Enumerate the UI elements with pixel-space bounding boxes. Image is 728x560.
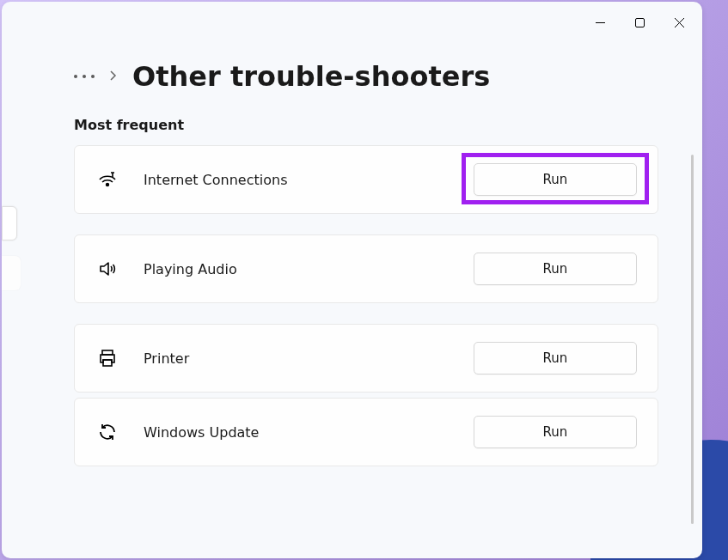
- run-button[interactable]: Run: [474, 163, 637, 196]
- svg-rect-8: [103, 360, 112, 366]
- troubleshooter-label: Printer: [144, 350, 474, 367]
- audio-icon: [95, 259, 119, 279]
- minimize-button[interactable]: [580, 9, 620, 36]
- content-area: Other trouble-shooters Most frequent Int…: [2, 43, 702, 466]
- run-button[interactable]: Run: [474, 253, 637, 285]
- troubleshooter-row-audio: Playing Audio Run: [74, 234, 658, 303]
- troubleshooter-label: Internet Connections: [144, 172, 474, 188]
- refresh-icon: [95, 422, 119, 442]
- printer-icon: [95, 348, 119, 368]
- settings-window: Other trouble-shooters Most frequent Int…: [2, 2, 702, 558]
- close-button[interactable]: [659, 9, 699, 36]
- breadcrumb: Other trouble-shooters: [74, 60, 668, 93]
- run-button[interactable]: Run: [474, 416, 637, 448]
- titlebar: [2, 2, 702, 43]
- troubleshooter-row-printer: Printer Run: [74, 324, 658, 393]
- section-label: Most frequent: [74, 117, 668, 133]
- troubleshooter-label: Windows Update: [144, 424, 474, 441]
- troubleshooter-row-internet: Internet Connections Run: [74, 145, 658, 214]
- page-title: Other trouble-shooters: [132, 60, 490, 93]
- run-button[interactable]: Run: [474, 342, 637, 374]
- svg-point-4: [107, 184, 109, 186]
- wifi-icon: [95, 169, 119, 190]
- ellipsis-icon[interactable]: [74, 75, 95, 78]
- troubleshooter-label: Playing Audio: [144, 261, 474, 277]
- maximize-button[interactable]: [620, 9, 659, 36]
- svg-rect-1: [635, 18, 644, 27]
- troubleshooter-row-update: Windows Update Run: [74, 398, 658, 466]
- chevron-right-icon: [110, 70, 117, 83]
- scrollbar[interactable]: [691, 155, 694, 524]
